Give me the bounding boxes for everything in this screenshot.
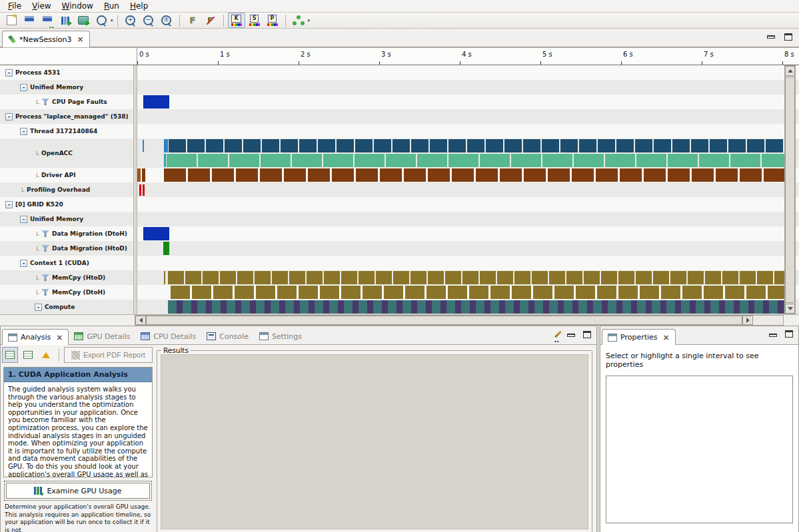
tree-row-driver-api[interactable]: Driver API [0,168,133,182]
collapse-icon[interactable] [20,260,27,267]
vertical-scroll-thumb[interactable] [785,77,795,303]
filter-icon[interactable] [41,230,49,237]
tab-settings[interactable]: Settings [254,328,307,344]
tab-properties[interactable]: Properties × [602,329,676,345]
timeline-bar[interactable] [169,139,795,152]
save-all-button[interactable] [39,13,56,28]
filter-icon[interactable] [41,274,49,281]
tree-row-process-4531[interactable]: Process 4531 [0,65,133,80]
stream-colors-button[interactable]: S [246,13,263,28]
timeline-bar[interactable] [164,139,168,152]
tree-row-compute[interactable]: Compute [0,300,133,314]
timeline-bar[interactable] [164,271,165,284]
timeline-bar[interactable] [142,168,145,182]
close-tab-icon[interactable]: × [56,333,63,342]
collapse-icon[interactable] [35,304,42,311]
collapse-icon[interactable] [20,216,27,223]
timeline-bar[interactable] [143,227,169,240]
menu-view[interactable]: View [27,0,56,12]
run-summary-button[interactable] [75,13,92,28]
timeline-bar[interactable] [143,140,144,152]
tree-row-process-laplace-managed-538[interactable]: Process "laplace_managed" (538) [0,109,133,124]
timeline-bar[interactable] [163,242,169,255]
tree-row-cpu-page-faults[interactable]: CPU Page Faults [0,95,133,109]
zoom-mode-button[interactable] [93,13,110,28]
scroll-down-button[interactable] [785,304,795,314]
filter-icon[interactable] [41,289,49,296]
profile-app-button[interactable] [57,13,74,28]
tree-row-thread-3172140864[interactable]: Thread 3172140864 [0,124,133,138]
close-properties-icon[interactable]: × [663,333,670,342]
timeline-bar[interactable] [168,300,795,314]
minimize-icon[interactable] [767,35,775,39]
tree-row-unified-memory[interactable]: Unified Memory [0,212,133,226]
menu-run[interactable]: Run [99,0,125,12]
export-pdf-report-button[interactable]: Export PDF Report [64,347,153,363]
timeline-bar[interactable] [164,154,166,167]
dropdown-arrow-icon[interactable]: ▾ [308,18,311,23]
properties-maximize-icon[interactable] [785,330,793,338]
tab-analysis[interactable]: Analysis× [2,329,69,345]
timeline-bar[interactable] [167,154,795,167]
tree-row-memcpy-dtoh[interactable]: MemCpy (DtoH) [0,285,133,300]
timeline-bar[interactable] [171,286,795,299]
menu-help[interactable]: Help [125,0,153,12]
timeline-bar[interactable] [143,184,145,196]
collapse-icon[interactable] [20,84,27,91]
scroll-right-button[interactable] [742,316,753,325]
zoom-fit-button[interactable] [158,13,175,28]
filter-icon[interactable] [41,99,49,105]
tree-row-memcpy-htod[interactable]: MemCpy (HtoD) [0,270,133,285]
scroll-up-button[interactable] [785,66,795,76]
tab-cpu-details[interactable]: CPU Details [135,328,201,344]
timeline-bar[interactable] [137,168,141,182]
tab-label: Console [219,332,249,341]
new-session-button[interactable] [3,13,20,28]
tree-row-data-migration-htod[interactable]: Data Migration (HtoD) [0,241,133,256]
kernel-colors-button[interactable]: K [228,13,245,28]
tree-row-data-migration-dtoh[interactable]: Data Migration (DtoH) [0,226,133,241]
menu-window[interactable]: Window [57,0,99,12]
process-colors-button[interactable]: P [264,13,281,28]
tree-row-profiling-overhead[interactable]: Profiling Overhead [0,182,133,197]
zoom-out-button[interactable] [140,13,157,28]
timeline-bar[interactable] [164,168,795,182]
tab-gpu-details[interactable]: GPU Details [69,328,135,344]
timeline-bar[interactable] [139,184,141,196]
collapse-icon[interactable] [5,113,13,121]
close-tab-icon[interactable]: × [77,35,83,44]
horizontal-scrollbar[interactable] [135,315,784,326]
panel-minimize-icon[interactable] [567,334,575,337]
topology-button[interactable] [290,13,307,28]
filter-icon[interactable] [41,245,49,252]
panel-maximize-icon[interactable] [583,331,591,338]
tab-console[interactable]: Console [201,328,254,344]
scroll-left-button[interactable] [135,316,146,325]
marker-clear-button[interactable] [202,13,219,28]
dropdown-arrow-icon[interactable]: ▾ [111,18,113,23]
tree-row-openacc[interactable]: OpenACC [0,138,133,168]
time-ruler[interactable]: 0 s1 s2 s3 s4 s5 s6 s7 s8 s [137,48,799,65]
horizontal-scroll-thumb[interactable] [146,316,742,325]
collapse-icon[interactable] [5,201,13,208]
tree-row-context-1-cuda[interactable]: Context 1 (CUDA) [0,256,133,270]
timeline-bar[interactable] [168,271,795,284]
unguided-analysis-button[interactable] [20,347,36,363]
tree-row-0-grid-k520[interactable]: [0] GRID K520 [0,197,133,212]
tree-row-unified-memory[interactable]: Unified Memory [0,80,133,95]
timeline-bar[interactable] [143,95,169,109]
collapse-icon[interactable] [20,128,27,135]
marker-button[interactable] [184,13,201,28]
guided-analysis-button[interactable] [2,347,18,363]
menu-file[interactable]: File [3,0,27,12]
view-menu-icon[interactable] [554,331,562,338]
maximize-icon[interactable] [784,33,792,41]
back-up-button[interactable] [38,347,54,363]
examine-gpu-usage-button[interactable]: Examine GPU Usage [6,483,150,499]
vertical-scrollbar[interactable] [784,65,796,314]
properties-minimize-icon[interactable] [769,334,777,337]
collapse-icon[interactable] [5,69,13,77]
save-button[interactable] [21,13,38,28]
zoom-in-button[interactable] [122,13,139,28]
tab-session[interactable]: *NewSession3 × [2,31,90,47]
